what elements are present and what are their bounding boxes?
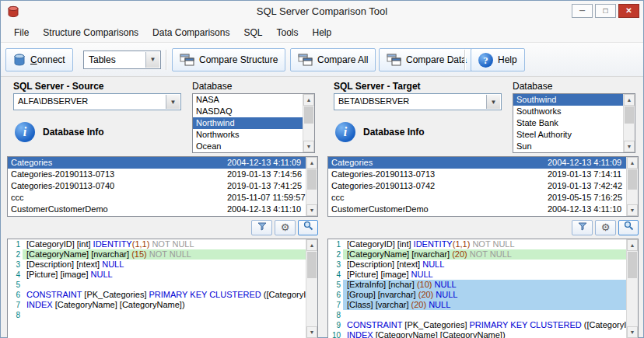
database-list-item[interactable]: Steel Authority (513, 129, 623, 141)
pane-header: SQL Server - Source (13, 81, 104, 92)
filter-button[interactable] (572, 220, 593, 235)
database-list-item[interactable]: Sun (513, 141, 623, 152)
compare-all-button[interactable]: Compare All (290, 48, 376, 71)
table-row[interactable]: Categories-20190113-07132019-01-13 7:14:… (8, 169, 306, 180)
table-list-scrollbar[interactable]: ▲ ▼ (306, 157, 317, 216)
sql-line: 10INDEX [CategoryName] [CategoryName]) (328, 330, 626, 338)
toolbar-separator (166, 50, 167, 70)
connect-button-label: Connect (30, 54, 65, 65)
object-type-select[interactable]: Tables ▼ (83, 51, 161, 69)
scroll-up-icon[interactable]: ▲ (624, 94, 635, 106)
scroll-down-icon[interactable]: ▼ (624, 141, 635, 152)
search-button[interactable] (618, 220, 639, 235)
minimize-button[interactable]: ─ (572, 4, 593, 18)
help-button-label: Help (498, 54, 517, 65)
compare-data-label: Compare Data (406, 54, 467, 65)
compare-all-label: Compare All (317, 54, 368, 65)
sql-scrollbar[interactable]: ▲ ▼ (306, 239, 317, 338)
table-row[interactable]: Categories-20190113-07402019-01-13 7:41:… (8, 180, 306, 192)
scroll-down-icon[interactable]: ▼ (306, 204, 317, 216)
table-row[interactable]: Categories2004-12-13 4:11:09 (8, 157, 306, 169)
dropdown-arrow-icon[interactable]: ▼ (166, 95, 180, 109)
database-list: NASANASDAQNorthwindNorthworksOcean (193, 94, 303, 152)
database-list-item[interactable]: NASDAQ (193, 106, 303, 117)
table-listbox: Categories2004-12-13 4:11:09Categories-2… (7, 156, 318, 217)
sql-line: 7[Class] [varchar] (20) NULL (328, 300, 626, 310)
table-listbox: Categories2004-12-13 4:11:09Categories-2… (327, 156, 639, 217)
server-value: BETA\DBSERVER (334, 94, 501, 108)
scroll-up-icon[interactable]: ▲ (303, 94, 314, 106)
compare-data-button[interactable]: Compare Data (379, 48, 474, 71)
database-list-item[interactable]: Northwind (193, 117, 303, 129)
table-row[interactable]: CustomerCustomerDemo2004-12-13 4:11:10 (8, 204, 306, 215)
settings-button[interactable]: ⚙ (595, 220, 616, 235)
scrollbar-thumb[interactable] (628, 252, 637, 278)
sql-view: 1[CategoryID] [int] IDENTITY(1,1) NOT NU… (328, 239, 626, 338)
database-info-label: Database Info (43, 127, 104, 138)
scrollbar-thumb[interactable] (307, 252, 317, 278)
sql-line: 6[Group] [nvarchar] (20) NULL (328, 290, 626, 300)
toolbar-separator (464, 50, 466, 70)
table-row[interactable]: Categories-20190113-07132019-01-13 7:14:… (328, 169, 626, 180)
scrollbar-thumb[interactable] (625, 106, 634, 124)
search-icon (624, 221, 634, 231)
connect-button[interactable]: Connect (5, 48, 73, 71)
scroll-down-icon[interactable]: ▼ (303, 141, 314, 152)
database-list-item[interactable]: NASA (193, 94, 303, 106)
table-row[interactable]: ccc2019-05-15 7:16:25 (328, 192, 626, 204)
table-row[interactable]: Categories-20190113-07422019-01-13 7:42:… (328, 180, 626, 192)
scroll-up-icon[interactable]: ▲ (306, 239, 317, 251)
table-list: Categories2004-12-13 4:11:09Categories-2… (8, 157, 306, 216)
database-list: SouthwindSouthworksState BankSteel Autho… (513, 94, 623, 152)
list-toolbar: ⚙ (7, 220, 318, 237)
search-button[interactable] (298, 220, 318, 235)
scrollbar-thumb[interactable] (304, 106, 313, 124)
sql-line: 1[CategoryID] [int] IDENTITY(1,1) NOT NU… (328, 239, 626, 249)
sql-scrollbar[interactable]: ▲ ▼ (626, 239, 638, 338)
menu-item-sql[interactable]: SQL (236, 24, 269, 41)
scrollbar-thumb[interactable] (628, 169, 637, 190)
compare-structure-button[interactable]: Compare Structure (172, 48, 285, 71)
scroll-down-icon[interactable]: ▼ (306, 326, 317, 338)
database-info-button[interactable]: i Database Info (15, 122, 104, 142)
table-row[interactable]: CustomerCustomerDemo2004-12-13 4:11:10 (328, 204, 626, 215)
help-button[interactable]: ? Help (471, 48, 525, 71)
sql-line: 2[CategoryName] [nvarchar] (15) NOT NULL (8, 249, 306, 260)
database-list-item[interactable]: Southwind (513, 94, 623, 106)
database-info-button[interactable]: i Database Info (335, 122, 425, 142)
menu-item-help[interactable]: Help (305, 24, 338, 41)
maximize-button[interactable]: □ (595, 4, 616, 18)
database-label: Database (513, 81, 552, 92)
menu-item-data-comparisons[interactable]: Data Comparisons (145, 24, 236, 41)
menu-item-tools[interactable]: Tools (269, 24, 305, 41)
settings-button[interactable]: ⚙ (275, 220, 296, 235)
filter-button[interactable] (251, 220, 272, 235)
scroll-up-icon[interactable]: ▲ (627, 157, 638, 169)
close-button[interactable]: ✕ (618, 4, 639, 18)
info-icon: i (335, 122, 355, 142)
scrollbar-thumb[interactable] (307, 169, 317, 190)
table-row[interactable]: ccc2015-11-07 11:59:57 (8, 192, 306, 204)
database-list-scrollbar[interactable]: ▲ ▼ (303, 94, 314, 152)
dropdown-arrow-icon[interactable]: ▼ (145, 52, 159, 68)
info-icon: i (15, 122, 35, 142)
scroll-down-icon[interactable]: ▼ (627, 204, 638, 216)
database-list-scrollbar[interactable]: ▲ ▼ (623, 94, 635, 152)
database-label: Database (192, 81, 232, 92)
scroll-up-icon[interactable]: ▲ (627, 239, 638, 251)
database-list-item[interactable]: State Bank (513, 117, 623, 129)
table-list-scrollbar[interactable]: ▲ ▼ (626, 157, 638, 216)
database-list-item[interactable]: Southworks (513, 106, 623, 117)
server-combobox[interactable]: ALFA\DBSERVER ▼ (13, 93, 181, 110)
menu-item-structure-comparisons[interactable]: Structure Comparisons (36, 24, 145, 41)
database-list-item[interactable]: Northworks (193, 129, 303, 141)
database-list-item[interactable]: Ocean (193, 141, 303, 152)
list-toolbar: ⚙ (327, 220, 639, 237)
scroll-down-icon[interactable]: ▼ (627, 326, 638, 338)
menu-item-file[interactable]: File (7, 24, 36, 41)
sql-line: 6CONSTRAINT [PK_Categories] PRIMARY KEY … (8, 290, 306, 300)
server-combobox[interactable]: BETA\DBSERVER ▼ (334, 93, 502, 110)
table-row[interactable]: Categories2004-12-13 4:11:09 (328, 157, 626, 169)
dropdown-arrow-icon[interactable]: ▼ (486, 95, 500, 109)
scroll-up-icon[interactable]: ▲ (306, 157, 317, 169)
